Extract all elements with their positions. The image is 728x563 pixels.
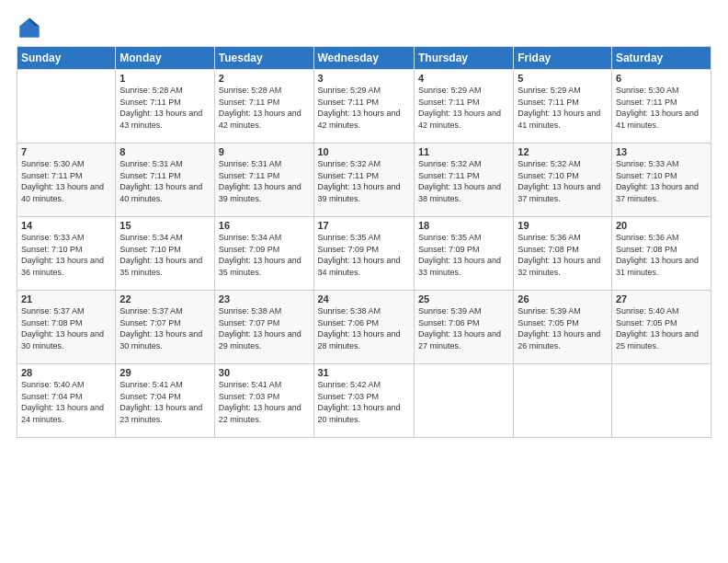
calendar-cell: 2Sunrise: 5:28 AMSunset: 7:11 PMDaylight… [214,70,313,144]
day-number: 20 [616,220,707,231]
calendar-cell [17,70,116,144]
day-info: Sunrise: 5:34 AMSunset: 7:09 PMDaylight:… [219,232,310,278]
calendar-cell: 27Sunrise: 5:40 AMSunset: 7:05 PMDayligh… [611,291,711,364]
day-number: 13 [616,146,707,157]
calendar-cell: 18Sunrise: 5:35 AMSunset: 7:09 PMDayligh… [414,217,513,291]
day-number: 31 [318,367,410,378]
calendar-cell: 20Sunrise: 5:36 AMSunset: 7:08 PMDayligh… [611,217,711,291]
logo-icon [17,15,42,40]
calendar-cell [514,364,612,438]
calendar-header: SundayMondayTuesdayWednesdayThursdayFrid… [17,47,711,70]
day-info: Sunrise: 5:40 AMSunset: 7:04 PMDaylight:… [21,379,111,425]
week-row-3: 21Sunrise: 5:37 AMSunset: 7:08 PMDayligh… [17,291,711,364]
day-info: Sunrise: 5:29 AMSunset: 7:11 PMDaylight:… [518,85,608,131]
week-row-4: 28Sunrise: 5:40 AMSunset: 7:04 PMDayligh… [17,364,711,438]
calendar-cell: 8Sunrise: 5:31 AMSunset: 7:11 PMDaylight… [116,144,214,217]
day-info: Sunrise: 5:35 AMSunset: 7:09 PMDaylight:… [318,232,410,278]
day-number: 19 [518,220,608,231]
day-number: 30 [219,367,310,378]
day-number: 21 [21,293,111,304]
day-info: Sunrise: 5:33 AMSunset: 7:10 PMDaylight:… [616,158,707,204]
header-day-monday: Monday [116,47,214,70]
calendar-cell: 3Sunrise: 5:29 AMSunset: 7:11 PMDaylight… [313,70,414,144]
calendar-cell: 11Sunrise: 5:32 AMSunset: 7:11 PMDayligh… [414,144,513,217]
day-number: 10 [318,146,410,157]
day-info: Sunrise: 5:29 AMSunset: 7:11 PMDaylight:… [418,85,509,131]
day-info: Sunrise: 5:36 AMSunset: 7:08 PMDaylight:… [616,232,707,278]
calendar-cell: 29Sunrise: 5:41 AMSunset: 7:04 PMDayligh… [116,364,214,438]
calendar-cell [611,364,711,438]
calendar-cell: 6Sunrise: 5:30 AMSunset: 7:11 PMDaylight… [611,70,711,144]
day-info: Sunrise: 5:30 AMSunset: 7:11 PMDaylight:… [616,85,707,131]
day-info: Sunrise: 5:41 AMSunset: 7:03 PMDaylight:… [219,379,310,425]
header [17,15,711,40]
calendar-cell: 22Sunrise: 5:37 AMSunset: 7:07 PMDayligh… [116,291,214,364]
calendar-cell: 24Sunrise: 5:38 AMSunset: 7:06 PMDayligh… [313,291,414,364]
day-info: Sunrise: 5:42 AMSunset: 7:03 PMDaylight:… [318,379,410,425]
day-info: Sunrise: 5:38 AMSunset: 7:07 PMDaylight:… [219,305,310,351]
day-number: 8 [119,146,210,157]
day-number: 14 [21,220,111,231]
calendar-cell: 16Sunrise: 5:34 AMSunset: 7:09 PMDayligh… [214,217,313,291]
day-number: 16 [219,220,310,231]
header-day-tuesday: Tuesday [214,47,313,70]
calendar-cell: 1Sunrise: 5:28 AMSunset: 7:11 PMDaylight… [116,70,214,144]
day-number: 7 [21,146,111,157]
day-number: 4 [418,73,509,84]
day-number: 22 [119,293,210,304]
calendar-cell: 15Sunrise: 5:34 AMSunset: 7:10 PMDayligh… [116,217,214,291]
day-info: Sunrise: 5:29 AMSunset: 7:11 PMDaylight:… [318,85,410,131]
day-number: 28 [21,367,111,378]
day-info: Sunrise: 5:34 AMSunset: 7:10 PMDaylight:… [119,232,210,278]
day-info: Sunrise: 5:33 AMSunset: 7:10 PMDaylight:… [21,232,111,278]
day-info: Sunrise: 5:31 AMSunset: 7:11 PMDaylight:… [119,158,210,204]
day-info: Sunrise: 5:39 AMSunset: 7:05 PMDaylight:… [518,305,608,351]
calendar-cell: 10Sunrise: 5:32 AMSunset: 7:11 PMDayligh… [313,144,414,217]
day-info: Sunrise: 5:38 AMSunset: 7:06 PMDaylight:… [318,305,410,351]
calendar-cell: 9Sunrise: 5:31 AMSunset: 7:11 PMDaylight… [214,144,313,217]
calendar-cell: 5Sunrise: 5:29 AMSunset: 7:11 PMDaylight… [514,70,612,144]
calendar-body: 1Sunrise: 5:28 AMSunset: 7:11 PMDaylight… [17,70,711,438]
calendar-cell: 21Sunrise: 5:37 AMSunset: 7:08 PMDayligh… [17,291,116,364]
calendar-cell: 28Sunrise: 5:40 AMSunset: 7:04 PMDayligh… [17,364,116,438]
header-day-thursday: Thursday [414,47,513,70]
week-row-1: 7Sunrise: 5:30 AMSunset: 7:11 PMDaylight… [17,144,711,217]
day-number: 23 [219,293,310,304]
day-info: Sunrise: 5:40 AMSunset: 7:05 PMDaylight:… [616,305,707,351]
calendar-cell: 4Sunrise: 5:29 AMSunset: 7:11 PMDaylight… [414,70,513,144]
calendar-cell: 26Sunrise: 5:39 AMSunset: 7:05 PMDayligh… [514,291,612,364]
calendar-cell: 25Sunrise: 5:39 AMSunset: 7:06 PMDayligh… [414,291,513,364]
calendar-table: SundayMondayTuesdayWednesdayThursdayFrid… [17,46,711,438]
day-number: 26 [518,293,608,304]
calendar-cell: 19Sunrise: 5:36 AMSunset: 7:08 PMDayligh… [514,217,612,291]
header-day-sunday: Sunday [17,47,116,70]
day-number: 12 [518,146,608,157]
day-number: 9 [219,146,310,157]
day-info: Sunrise: 5:28 AMSunset: 7:11 PMDaylight:… [119,85,210,131]
page: SundayMondayTuesdayWednesdayThursdayFrid… [0,0,728,563]
calendar-cell: 23Sunrise: 5:38 AMSunset: 7:07 PMDayligh… [214,291,313,364]
day-info: Sunrise: 5:37 AMSunset: 7:07 PMDaylight:… [119,305,210,351]
day-number: 27 [616,293,707,304]
header-day-friday: Friday [514,47,612,70]
day-info: Sunrise: 5:32 AMSunset: 7:11 PMDaylight:… [418,158,509,204]
day-number: 25 [418,293,509,304]
calendar-cell: 12Sunrise: 5:32 AMSunset: 7:10 PMDayligh… [514,144,612,217]
header-day-saturday: Saturday [611,47,711,70]
day-info: Sunrise: 5:28 AMSunset: 7:11 PMDaylight:… [219,85,310,131]
day-number: 6 [616,73,707,84]
day-info: Sunrise: 5:30 AMSunset: 7:11 PMDaylight:… [21,158,111,204]
day-number: 17 [318,220,410,231]
day-info: Sunrise: 5:32 AMSunset: 7:11 PMDaylight:… [318,158,410,204]
calendar-cell [414,364,513,438]
day-info: Sunrise: 5:31 AMSunset: 7:11 PMDaylight:… [219,158,310,204]
day-number: 5 [518,73,608,84]
day-number: 24 [318,293,410,304]
day-number: 29 [119,367,210,378]
calendar-cell: 14Sunrise: 5:33 AMSunset: 7:10 PMDayligh… [17,217,116,291]
header-row: SundayMondayTuesdayWednesdayThursdayFrid… [17,47,711,70]
day-info: Sunrise: 5:32 AMSunset: 7:10 PMDaylight:… [518,158,608,204]
day-number: 15 [119,220,210,231]
svg-rect-2 [20,26,40,37]
calendar-cell: 13Sunrise: 5:33 AMSunset: 7:10 PMDayligh… [611,144,711,217]
